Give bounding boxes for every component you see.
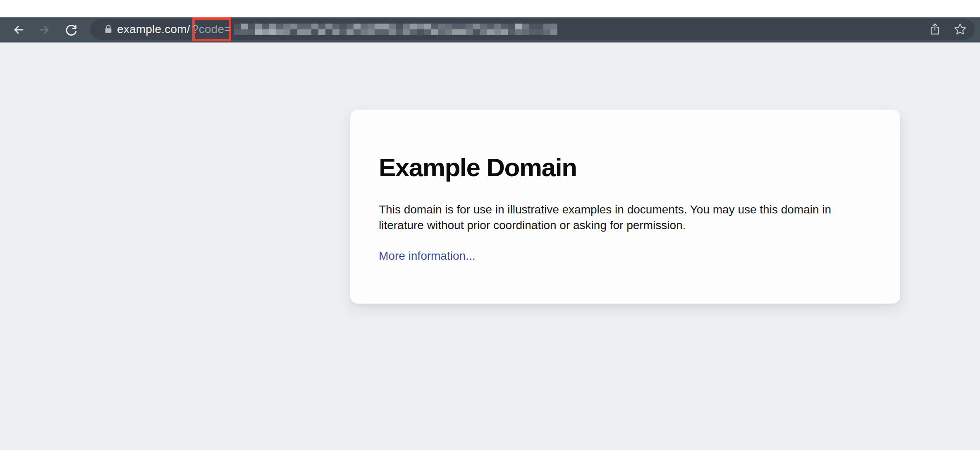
mosaic-block (417, 24, 424, 29)
reload-icon (64, 22, 79, 37)
mosaic-block (410, 24, 417, 29)
mosaic-block (368, 29, 375, 35)
mosaic-block (234, 29, 241, 35)
mosaic-block (501, 24, 508, 29)
mosaic-block (332, 24, 339, 29)
mosaic-block (297, 29, 304, 35)
mosaic-block (403, 24, 410, 29)
mosaic-block (361, 24, 368, 29)
mosaic-block (304, 29, 311, 35)
mosaic-block (403, 29, 410, 35)
mosaic-block (515, 24, 522, 29)
bookmark-star-button[interactable] (953, 22, 967, 36)
mosaic-block (452, 24, 459, 29)
mosaic-block (304, 24, 311, 29)
browser-window: example.com/ ?code= (0, 0, 980, 450)
window-top-strip (0, 0, 980, 17)
mosaic-block (508, 24, 515, 29)
mosaic-block (487, 29, 494, 35)
mosaic-block (550, 24, 557, 29)
mosaic-block (332, 29, 339, 35)
mosaic-block (452, 29, 459, 35)
url-bar[interactable]: example.com/ ?code= (90, 19, 975, 40)
mosaic-block (311, 29, 318, 35)
redacted-url-value (234, 24, 557, 35)
mosaic-block (347, 24, 354, 29)
mosaic-block (459, 24, 466, 29)
mosaic-block (389, 29, 396, 35)
share-icon (928, 22, 942, 36)
mosaic-block (417, 29, 424, 35)
back-button[interactable] (11, 22, 26, 37)
mosaic-block (276, 29, 283, 35)
mosaic-block (543, 29, 550, 35)
mosaic-block (375, 24, 382, 29)
star-icon (953, 22, 967, 36)
mosaic-block (445, 29, 452, 35)
url-domain: example.com/ (117, 23, 190, 36)
mosaic-block (375, 29, 382, 35)
url-text: example.com/ (117, 19, 190, 40)
mosaic-block (529, 24, 536, 29)
mosaic-block (389, 24, 396, 29)
mosaic-block (269, 29, 276, 35)
mosaic-block (354, 24, 361, 29)
mosaic-block (354, 29, 361, 35)
mosaic-block (445, 24, 452, 29)
mosaic-block (368, 24, 375, 29)
mosaic-block (396, 29, 403, 35)
mosaic-block (494, 24, 501, 29)
forward-button[interactable] (37, 22, 52, 37)
mosaic-block (508, 29, 515, 35)
mosaic-block (283, 24, 290, 29)
mosaic-block (255, 29, 262, 35)
mosaic-block (262, 24, 269, 29)
mosaic-block (494, 29, 501, 35)
mosaic-block (283, 29, 290, 35)
mosaic-block (424, 24, 431, 29)
lock-icon (101, 22, 115, 36)
mosaic-block (241, 29, 248, 35)
mosaic-block (438, 29, 445, 35)
mosaic-block (248, 24, 255, 29)
reload-button[interactable] (64, 22, 79, 37)
mosaic-block (501, 29, 508, 35)
mosaic-block (424, 29, 431, 35)
mosaic-block (361, 29, 368, 35)
forward-arrow-icon (37, 22, 52, 37)
mosaic-block (311, 24, 318, 29)
mosaic-block (262, 29, 269, 35)
mosaic-block (325, 24, 332, 29)
mosaic-block (473, 24, 480, 29)
browser-toolbar: example.com/ ?code= (0, 17, 980, 43)
mosaic-block (431, 24, 438, 29)
mosaic-block (318, 24, 325, 29)
mosaic-block (466, 24, 473, 29)
mosaic-block (276, 24, 283, 29)
mosaic-block (522, 29, 529, 35)
mosaic-block (529, 29, 536, 35)
mosaic-block (466, 29, 473, 35)
mosaic-block (248, 29, 255, 35)
mosaic-block (339, 29, 347, 35)
example-domain-card: Example Domain This domain is for use in… (350, 110, 900, 304)
mosaic-block (290, 29, 297, 35)
mosaic-block (410, 29, 417, 35)
mosaic-block (480, 24, 487, 29)
mosaic-block (234, 24, 241, 29)
mosaic-block (290, 24, 297, 29)
mosaic-block (515, 29, 522, 35)
mosaic-block (325, 29, 332, 35)
page-content: Example Domain This domain is for use in… (0, 43, 980, 450)
mosaic-block (255, 24, 262, 29)
mosaic-block (459, 29, 466, 35)
back-arrow-icon (11, 22, 26, 37)
mosaic-block (241, 24, 248, 29)
mosaic-block (543, 24, 550, 29)
query-highlight-box: ?code= (192, 17, 231, 41)
url-query-param: ?code= (192, 23, 231, 36)
mosaic-block (487, 24, 494, 29)
more-information-link[interactable]: More information... (379, 249, 475, 263)
share-button[interactable] (928, 22, 942, 36)
mosaic-block (347, 29, 354, 35)
